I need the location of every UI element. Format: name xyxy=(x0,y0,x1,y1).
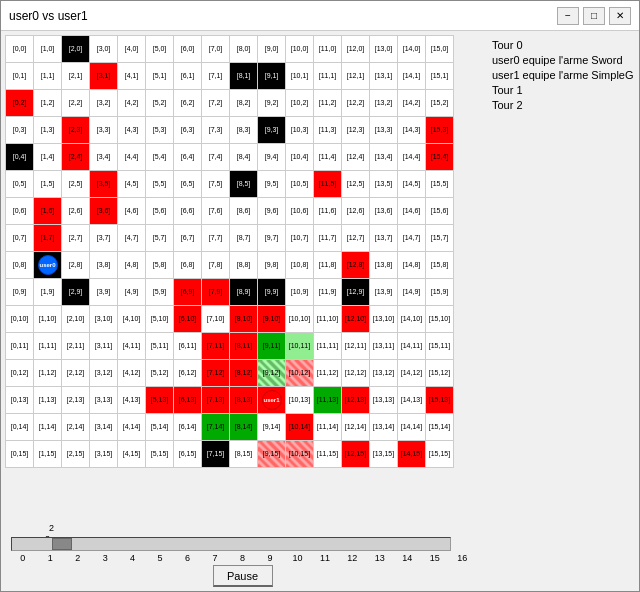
pause-row: Pause xyxy=(9,565,476,587)
cell: [1,4] xyxy=(34,144,62,171)
player1-avatar: user1 xyxy=(262,390,282,410)
cell: [6,11] xyxy=(174,333,202,360)
table-row: [0,0] [1,0] [2,0] [3,0] [4,0] [5,0] [6,0… xyxy=(6,36,454,63)
cell: [13,11] xyxy=(370,333,398,360)
cell: [5,11] xyxy=(146,333,174,360)
cell: [1,10] xyxy=(34,306,62,333)
cell: [12,14] xyxy=(342,414,370,441)
cell: [0,3] xyxy=(6,117,34,144)
cell: [10,8] xyxy=(286,252,314,279)
cell: [5,3] xyxy=(146,117,174,144)
cell: [6,14] xyxy=(174,414,202,441)
cell: [9,0] xyxy=(258,36,286,63)
cell: [7,0] xyxy=(202,36,230,63)
axis-label-7: 7 xyxy=(201,553,228,563)
cell: [10,12] xyxy=(286,360,314,387)
cell: [8,9] xyxy=(230,279,258,306)
cell: [0,13] xyxy=(6,387,34,414)
table-row: [0,15] [1,15] [2,15] [3,15] [4,15] [5,15… xyxy=(6,441,454,468)
cell: [15,14] xyxy=(426,414,454,441)
cell: [8,15] xyxy=(230,441,258,468)
close-button[interactable]: ✕ xyxy=(609,7,631,25)
cell: [12,15] xyxy=(342,441,370,468)
cell: [7,13] xyxy=(202,387,230,414)
cell: [13,5] xyxy=(370,171,398,198)
axis-label-3: 3 xyxy=(91,553,118,563)
cell: [14,13] xyxy=(398,387,426,414)
axis-label-9: 9 xyxy=(256,553,283,563)
minimize-button[interactable]: − xyxy=(557,7,579,25)
cell: [14,11] xyxy=(398,333,426,360)
axis-row: 0 1 2 3 4 5 6 7 8 9 10 11 12 13 14 15 16 xyxy=(9,553,476,563)
cell: [1,3] xyxy=(34,117,62,144)
cell: [12,11] xyxy=(342,333,370,360)
cell: [12,5] xyxy=(342,171,370,198)
cell: [0,11] xyxy=(6,333,34,360)
cell: [9,12] xyxy=(258,360,286,387)
cell: [8,12] xyxy=(230,360,258,387)
cell: [5,9] xyxy=(146,279,174,306)
cell: [2,14] xyxy=(62,414,90,441)
table-row: [0,11] [1,11] [2,11] [3,11] [4,11] [5,11… xyxy=(6,333,454,360)
cell: [15,2] xyxy=(426,90,454,117)
cell: [4,0] xyxy=(118,36,146,63)
cell: [1,5] xyxy=(34,171,62,198)
cell: [7,11] xyxy=(202,333,230,360)
cell: [15,8] xyxy=(426,252,454,279)
cell: [13,15] xyxy=(370,441,398,468)
axis-label-16: 16 xyxy=(449,553,476,563)
cell: [6,15] xyxy=(174,441,202,468)
cell: [15,3] xyxy=(426,117,454,144)
cell: [5,4] xyxy=(146,144,174,171)
cell: [7,10] xyxy=(202,306,230,333)
cell: [0,10] xyxy=(6,306,34,333)
cell: [2,10] xyxy=(62,306,90,333)
cell: [7,2] xyxy=(202,90,230,117)
cell: [11,15] xyxy=(314,441,342,468)
cell: [14,7] xyxy=(398,225,426,252)
cell: [15,11] xyxy=(426,333,454,360)
cell: [7,15] xyxy=(202,441,230,468)
pause-button[interactable]: Pause xyxy=(213,565,273,587)
cell: [1,7] xyxy=(34,225,62,252)
cell: [4,14] xyxy=(118,414,146,441)
cell: [13,10] xyxy=(370,306,398,333)
cell: [15,5] xyxy=(426,171,454,198)
cell: [3,8] xyxy=(90,252,118,279)
cell: [11,7] xyxy=(314,225,342,252)
cell: [12,6] xyxy=(342,198,370,225)
cell: [0,0] xyxy=(6,36,34,63)
cell: [4,13] xyxy=(118,387,146,414)
cell: [10,15] xyxy=(286,441,314,468)
axis-label-8: 8 xyxy=(229,553,256,563)
cell: [15,1] xyxy=(426,63,454,90)
table-row: [0,14] [1,14] [2,14] [3,14] [4,14] [5,14… xyxy=(6,414,454,441)
sidebar-line-2: user1 equipe l'arme SimpleG xyxy=(492,69,631,81)
table-row: [0,2] [1,2] [2,2] [3,2] [4,2] [5,2] [6,2… xyxy=(6,90,454,117)
cell: [5,5] xyxy=(146,171,174,198)
cell: [8,2] xyxy=(230,90,258,117)
cell: [10,9] xyxy=(286,279,314,306)
cell: [12,9] xyxy=(342,279,370,306)
cell: [15,15] xyxy=(426,441,454,468)
maximize-button[interactable]: □ xyxy=(583,7,605,25)
cell: [2,3] xyxy=(62,117,90,144)
cell: [7,6] xyxy=(202,198,230,225)
cell: [12,8] xyxy=(342,252,370,279)
cell: [8,14] xyxy=(230,414,258,441)
cell: [0,15] xyxy=(6,441,34,468)
scrollbar-track[interactable] xyxy=(11,537,451,551)
cell: [8,7] xyxy=(230,225,258,252)
cell: [13,0] xyxy=(370,36,398,63)
cell: [6,5] xyxy=(174,171,202,198)
cell: [15,4] xyxy=(426,144,454,171)
cell: [7,14] xyxy=(202,414,230,441)
cell: [13,3] xyxy=(370,117,398,144)
cell: [7,9] xyxy=(202,279,230,306)
cell: [9,10] xyxy=(258,306,286,333)
cell: [9,6] xyxy=(258,198,286,225)
table-row: [0,7] [1,7] [2,7] [3,7] [4,7] [5,7] [6,7… xyxy=(6,225,454,252)
cell: [3,6] xyxy=(90,198,118,225)
cell: [11,14] xyxy=(314,414,342,441)
scrollbar-thumb[interactable] xyxy=(52,538,72,550)
